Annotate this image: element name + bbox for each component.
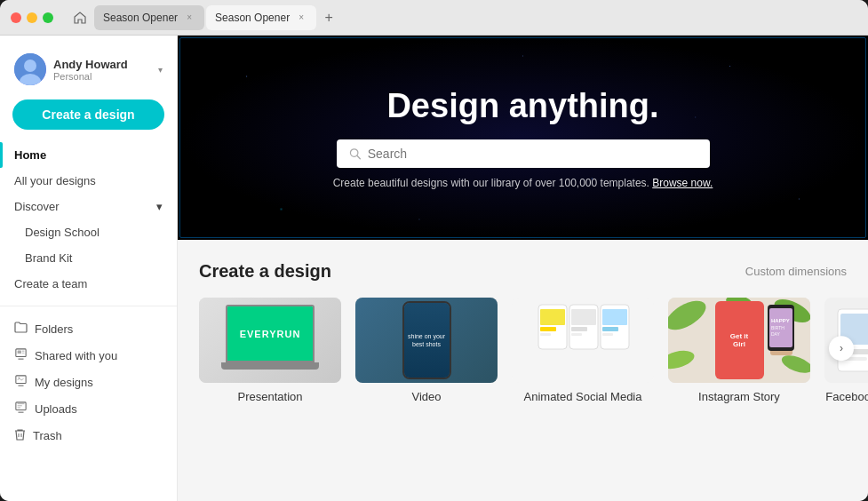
sidebar-item-trash-label: Trash	[33, 429, 62, 442]
traffic-lights	[11, 12, 53, 23]
design-card-presentation[interactable]: EVERYRUN Presentation	[199, 298, 341, 403]
svg-rect-22	[571, 309, 596, 325]
shared-icon	[14, 348, 28, 362]
sidebar-item-folders[interactable]: Folders	[0, 315, 177, 342]
hero-title: Design anything.	[386, 87, 658, 125]
sidebar-item-trash[interactable]: Trash	[0, 422, 177, 449]
sidebar-item-shared[interactable]: Shared with you	[0, 342, 177, 369]
user-info: Andy Howard Personal	[53, 58, 158, 82]
section-header: Create a design Custom dimensions	[199, 261, 847, 282]
trash-icon	[14, 428, 26, 443]
app-body: Andy Howard Personal ▾ Create a design H…	[0, 36, 868, 501]
design-card-animated-social[interactable]: Animated Social Media	[512, 298, 654, 403]
svg-line-16	[356, 155, 359, 158]
svg-text:HAPPY: HAPPY	[771, 318, 790, 323]
folders-icon	[14, 322, 28, 336]
folders-section: Folders Shared with you	[0, 314, 177, 451]
tab-2[interactable]: Season Opener ×	[206, 5, 316, 30]
design-label-video: Video	[411, 390, 441, 403]
my-designs-icon	[14, 375, 28, 389]
tab-1[interactable]: Season Opener ×	[94, 5, 204, 30]
sidebar-item-create-team[interactable]: Create a team	[0, 271, 177, 297]
browse-link[interactable]: Browse now.	[652, 177, 713, 189]
carousel-next-button[interactable]: ›	[829, 336, 854, 361]
design-label-facebook: Facebook Po...	[825, 390, 868, 403]
design-thumb-instagram: Get itGirl HAPPY BIRTH DAY	[668, 298, 810, 383]
close-button[interactable]	[11, 12, 21, 23]
tab-bar: Season Opener × Season Opener × +	[68, 5, 857, 30]
sidebar-item-home[interactable]: Home	[0, 142, 177, 168]
sidebar-item-my-designs[interactable]: My designs	[0, 369, 177, 395]
maximize-button[interactable]	[43, 12, 53, 23]
new-tab-button[interactable]: +	[318, 7, 339, 28]
tab-1-close[interactable]: ×	[183, 12, 195, 24]
sidebar-item-design-school[interactable]: Design School	[0, 219, 177, 245]
sidebar-item-my-designs-label: My designs	[35, 376, 93, 389]
design-types-grid: EVERYRUN Presentation	[199, 298, 847, 403]
tab-2-close[interactable]: ×	[295, 12, 307, 24]
sidebar-item-create-team-label: Create a team	[14, 277, 87, 290]
svg-rect-9	[16, 402, 26, 410]
svg-rect-6	[22, 353, 25, 354]
design-label-animated-social: Animated Social Media	[524, 390, 642, 403]
design-thumb-animated-social	[512, 298, 654, 383]
sidebar-item-brand-kit[interactable]: Brand Kit	[0, 245, 177, 271]
search-input[interactable]	[368, 147, 697, 161]
create-section: Create a design Custom dimensions EVERYR…	[178, 240, 868, 418]
user-profile[interactable]: Andy Howard Personal ▾	[0, 46, 177, 96]
sidebar-item-all-designs[interactable]: All your designs	[0, 168, 177, 194]
search-icon	[349, 147, 361, 160]
svg-rect-24	[571, 333, 582, 336]
nav-section: Home All your designs Discover ▾ Design …	[0, 140, 177, 298]
title-bar: Season Opener × Season Opener × +	[0, 0, 868, 36]
create-design-button[interactable]: Create a design	[12, 99, 164, 130]
sidebar-item-brand-kit-label: Brand Kit	[25, 251, 72, 265]
design-card-instagram[interactable]: Get itGirl HAPPY BIRTH DAY	[668, 298, 810, 403]
svg-rect-19	[540, 327, 556, 331]
hero-banner: Design anything. Create beautiful design…	[178, 36, 868, 240]
sidebar-item-all-designs-label: All your designs	[14, 174, 96, 187]
svg-text:DAY: DAY	[771, 331, 781, 337]
svg-rect-20	[540, 333, 551, 336]
hero-subtitle: Create beautiful designs with our librar…	[333, 177, 713, 189]
svg-rect-26	[602, 309, 627, 325]
design-card-video[interactable]: shine on your best shots Video	[355, 298, 498, 403]
design-label-instagram: Instagram Story	[698, 390, 780, 403]
tab-1-label: Season Opener	[103, 12, 178, 24]
minimize-button[interactable]	[27, 12, 37, 23]
user-plan: Personal	[53, 71, 158, 82]
discover-chevron: ▾	[156, 200, 163, 213]
animated-social-graphic	[530, 300, 636, 380]
create-section-title: Create a design	[199, 261, 331, 282]
svg-point-1	[24, 60, 36, 72]
sidebar-item-folders-label: Folders	[35, 322, 73, 336]
svg-rect-4	[18, 351, 21, 354]
sidebar-item-shared-label: Shared with you	[35, 349, 117, 362]
sidebar-item-uploads[interactable]: Uploads	[0, 395, 177, 422]
svg-rect-27	[602, 327, 618, 331]
sidebar-item-uploads-label: Uploads	[35, 402, 77, 416]
search-bar	[337, 139, 710, 168]
video-screen-content: shine on your best shots	[404, 332, 450, 348]
main-content: Design anything. Create beautiful design…	[178, 36, 868, 501]
sidebar: Andy Howard Personal ▾ Create a design H…	[0, 36, 178, 501]
svg-rect-23	[571, 327, 587, 331]
sidebar-divider	[0, 306, 177, 306]
sidebar-item-home-label: Home	[14, 148, 46, 162]
design-label-presentation: Presentation	[238, 390, 303, 403]
search-input-wrap[interactable]	[337, 139, 710, 168]
sidebar-item-discover-label: Discover	[14, 200, 60, 213]
design-thumb-video: shine on your best shots	[355, 298, 498, 383]
svg-point-8	[18, 378, 20, 379]
tab-2-label: Season Opener	[215, 12, 290, 24]
custom-dimensions-link[interactable]: Custom dimensions	[745, 265, 847, 278]
svg-text:BIRTH: BIRTH	[771, 325, 784, 330]
design-thumb-presentation: EVERYRUN	[199, 298, 341, 383]
stars-bg	[178, 36, 868, 240]
sidebar-item-discover[interactable]: Discover ▾	[0, 194, 177, 219]
sidebar-item-design-school-label: Design School	[25, 226, 100, 239]
svg-rect-18	[540, 309, 565, 325]
home-tab-icon[interactable]	[68, 5, 92, 30]
avatar	[14, 53, 46, 85]
svg-rect-5	[22, 351, 25, 352]
